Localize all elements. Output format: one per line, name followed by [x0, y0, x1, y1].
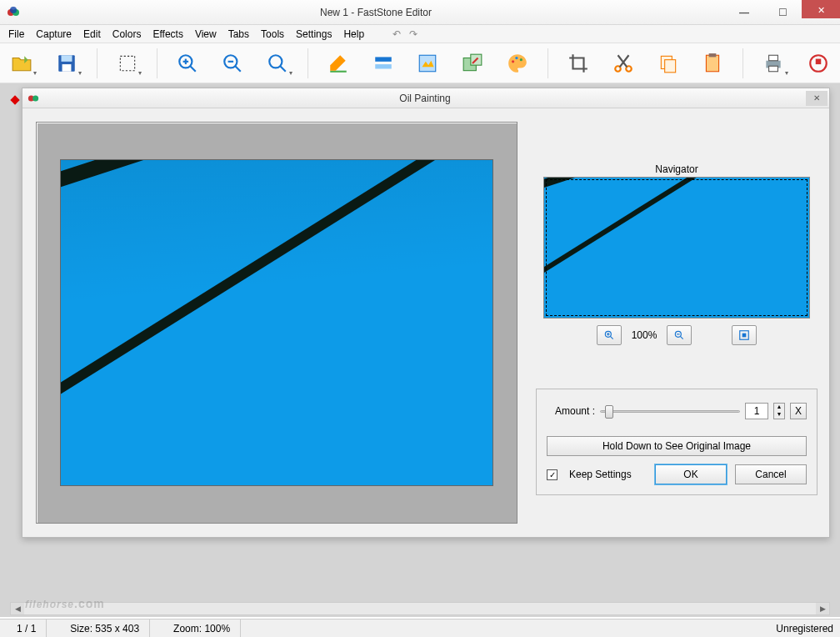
- draw-button[interactable]: [322, 45, 355, 82]
- svg-line-12: [235, 66, 241, 72]
- close-doc-button[interactable]: [802, 45, 835, 82]
- dialog-icon: [28, 93, 39, 104]
- svg-rect-45: [742, 334, 747, 338]
- svg-rect-31: [769, 55, 778, 61]
- watermark: filehorse.com: [25, 587, 105, 614]
- statusbar: 1 / 1 Size: 535 x 403 Zoom: 100% Unregis…: [0, 619, 840, 637]
- svg-point-2: [10, 7, 17, 13]
- paste-button[interactable]: [696, 45, 729, 82]
- svg-rect-32: [769, 66, 778, 72]
- navigator-box[interactable]: [543, 177, 810, 318]
- svg-rect-4: [61, 55, 72, 62]
- menu-help[interactable]: Help: [338, 27, 369, 42]
- redo-button[interactable]: ↷: [406, 28, 421, 40]
- dialog-titlebar: Oil Painting: [22, 88, 829, 108]
- navigator-selection[interactable]: [546, 179, 808, 316]
- zoom-out-button[interactable]: [216, 45, 249, 82]
- nav-fit-button[interactable]: [732, 325, 757, 345]
- menu-tools[interactable]: Tools: [256, 27, 289, 42]
- menu-colors[interactable]: Colors: [108, 27, 147, 42]
- menu-edit[interactable]: Edit: [78, 27, 106, 42]
- nav-zoom-out-button[interactable]: [667, 325, 692, 345]
- horizontal-scrollbar[interactable]: ◀▶: [10, 602, 830, 615]
- edge-button[interactable]: [411, 45, 444, 82]
- svg-rect-16: [375, 57, 392, 61]
- caption-button[interactable]: [367, 45, 400, 82]
- undo-button[interactable]: ↶: [389, 28, 404, 40]
- preview-image[interactable]: [60, 159, 493, 486]
- window-titlebar: New 1 - FastStone Editor: [0, 0, 840, 25]
- svg-rect-18: [420, 55, 437, 72]
- colors-button[interactable]: [501, 45, 534, 82]
- zoom-fit-button[interactable]: ▾: [261, 45, 294, 82]
- status-page: 1 / 1: [7, 619, 47, 637]
- nav-zoom-in-button[interactable]: [597, 325, 622, 345]
- amount-reset-button[interactable]: X: [790, 403, 807, 419]
- nav-zoom-label: 100%: [628, 329, 661, 341]
- save-button[interactable]: ▾: [50, 45, 83, 82]
- status-registration: Unregistered: [776, 623, 833, 634]
- menu-settings[interactable]: Settings: [291, 27, 337, 42]
- svg-rect-34: [816, 58, 822, 64]
- resize-button[interactable]: [456, 45, 489, 82]
- svg-rect-17: [375, 64, 392, 68]
- svg-point-22: [515, 56, 518, 58]
- hold-original-button[interactable]: Hold Down to See Original Image: [547, 436, 807, 456]
- amount-spinner[interactable]: ▲▼: [773, 403, 785, 419]
- print-button[interactable]: ▾: [757, 45, 790, 82]
- cancel-button[interactable]: Cancel: [735, 464, 807, 484]
- select-button[interactable]: ▾: [111, 45, 144, 82]
- svg-rect-6: [120, 56, 134, 70]
- svg-rect-28: [707, 55, 719, 72]
- settings-panel: Amount : ▲▼ X Hold Down to See Original …: [536, 389, 818, 495]
- app-icon: [7, 6, 20, 19]
- menu-capture[interactable]: Capture: [31, 27, 77, 42]
- status-zoom: Zoom: 100%: [163, 619, 241, 637]
- keep-settings-label: Keep Settings: [569, 469, 632, 480]
- crop-button[interactable]: [562, 45, 595, 82]
- svg-line-15: [280, 66, 286, 72]
- svg-line-8: [191, 66, 197, 72]
- oil-painting-dialog: Oil Painting Navigator 100%: [22, 88, 830, 538]
- dialog-title: Oil Painting: [44, 93, 806, 104]
- svg-rect-5: [62, 64, 71, 72]
- svg-rect-27: [664, 59, 675, 72]
- amount-label: Amount :: [547, 405, 595, 417]
- menu-effects[interactable]: Effects: [148, 27, 188, 42]
- cut-button[interactable]: [607, 45, 640, 82]
- menu-view[interactable]: View: [190, 27, 222, 42]
- svg-point-14: [269, 55, 282, 68]
- status-size: Size: 535 x 403: [60, 619, 150, 637]
- svg-rect-29: [709, 53, 717, 57]
- toolbar: ▾ ▾ ▾ ▾ ▾: [0, 43, 840, 83]
- zoom-in-button[interactable]: [171, 45, 204, 82]
- menubar: File Capture Edit Colors Effects View Ta…: [0, 25, 840, 43]
- amount-input[interactable]: [745, 403, 768, 419]
- window-title: New 1 - FastStone Editor: [27, 7, 725, 18]
- window-minimize-button[interactable]: [725, 3, 763, 22]
- amount-slider[interactable]: [600, 404, 740, 419]
- copy-button[interactable]: [652, 45, 685, 82]
- svg-point-36: [32, 95, 38, 101]
- svg-line-38: [610, 336, 613, 339]
- navigator-label: Navigator: [536, 163, 818, 175]
- svg-point-21: [512, 60, 514, 63]
- svg-line-42: [681, 336, 684, 339]
- menu-tabs[interactable]: Tabs: [223, 27, 254, 42]
- keep-settings-checkbox[interactable]: [547, 469, 558, 480]
- window-maximize-button[interactable]: [763, 3, 802, 22]
- open-button[interactable]: ▾: [5, 45, 38, 82]
- svg-point-23: [520, 58, 522, 61]
- dialog-close-button[interactable]: [806, 91, 828, 106]
- preview-frame: [36, 122, 518, 524]
- menu-file[interactable]: File: [3, 27, 29, 42]
- ok-button[interactable]: OK: [655, 464, 727, 484]
- window-close-button[interactable]: [802, 0, 840, 18]
